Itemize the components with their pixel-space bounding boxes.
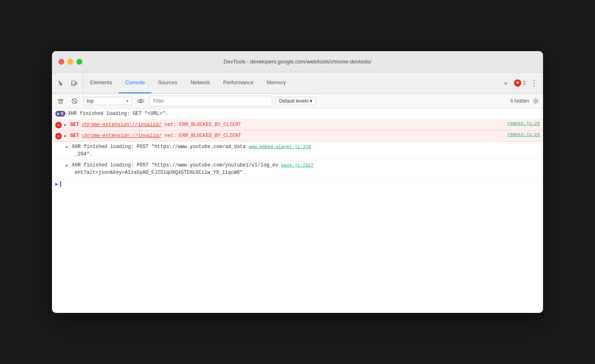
more-tabs-button[interactable]: »	[500, 77, 512, 89]
minimize-button[interactable]	[68, 59, 73, 65]
context-selector[interactable]: top ▾	[83, 97, 132, 105]
console-prompt[interactable]: ▶	[52, 178, 543, 190]
hidden-count: 6 hidden	[510, 97, 540, 105]
tab-performance[interactable]: Performance	[216, 72, 260, 93]
prompt-cursor	[60, 181, 61, 187]
clear-console-button[interactable]	[55, 96, 66, 106]
eye-button[interactable]	[135, 96, 146, 106]
entry-source-2[interactable]: remote.js:29	[507, 132, 540, 137]
xhr-source-3[interactable]: base.js:2317	[281, 163, 313, 168]
log-entry-error-2: ✕ ▶ GET chrome-extension://invalid/ net:…	[52, 130, 543, 142]
log-entry: ▶6 XHR finished loading: GET "<URL>".	[52, 108, 543, 119]
log-entry-xhr-2: ▶ XHR finished loading: POST "https://ww…	[52, 142, 543, 160]
entry-text-3: ▶ XHR finished loading: POST "https://ww…	[66, 162, 540, 176]
svg-rect-4	[59, 100, 62, 103]
error-text-2: ▶ GET chrome-extension://invalid/ net::E…	[64, 132, 505, 139]
devtools-menu-button[interactable]: ⋮	[528, 77, 540, 89]
error-link-2[interactable]: chrome-extension://invalid/	[82, 133, 161, 139]
svg-point-10	[535, 100, 537, 102]
window-title: DevTools - developers.google.com/web/too…	[223, 58, 371, 65]
filter-input[interactable]	[149, 96, 272, 106]
device-toggle-icon[interactable]	[68, 77, 80, 89]
maximize-button[interactable]	[77, 59, 82, 65]
xhr-source-2[interactable]: www-embed-player.js:378	[249, 144, 311, 149]
log-levels-button[interactable]: Default levels ▾	[275, 97, 316, 105]
context-arrow: ▾	[126, 99, 128, 103]
svg-marker-3	[58, 99, 63, 100]
console-settings-button[interactable]	[532, 97, 540, 105]
error-count-icon: ✕	[514, 79, 521, 87]
entry-text: XHR finished loading: GET "<URL>".	[68, 110, 540, 117]
tab-memory[interactable]: Memory	[260, 72, 293, 93]
console-toolbar: top ▾ Default levels ▾ 6 hidden	[52, 94, 543, 108]
devtools-window: DevTools - developers.google.com/web/too…	[52, 51, 543, 313]
titlebar: DevTools - developers.google.com/web/too…	[52, 51, 543, 72]
expand-arrow[interactable]: ▶	[64, 123, 66, 127]
svg-line-8	[73, 99, 77, 103]
expand-arrow-3[interactable]: ▶	[66, 145, 68, 149]
svg-point-9	[140, 100, 142, 102]
main-toolbar: Elements Console Sources Network Perform…	[52, 72, 543, 94]
traffic-lights	[59, 59, 82, 65]
xhr-badge: ▶6	[55, 111, 65, 117]
error-link-1[interactable]: chrome-extension://invalid/	[82, 122, 161, 128]
entry-text-2: ▶ XHR finished loading: POST "https://ww…	[66, 143, 540, 158]
xhr-link-2[interactable]: https://www.youtube.com/ad_data	[154, 144, 246, 150]
tab-elements[interactable]: Elements	[83, 72, 119, 93]
console-content: ▶6 XHR finished loading: GET "<URL>". ✕ …	[52, 108, 543, 313]
toolbar-left	[52, 72, 83, 93]
svg-rect-1	[76, 82, 77, 84]
tab-network[interactable]: Network	[184, 72, 217, 93]
error-icon: ✕	[55, 122, 62, 128]
xhr-link-3[interactable]: https://www.youtube.com/youtubei/v1/log_…	[154, 162, 278, 168]
prompt-arrow: ▶	[55, 181, 59, 187]
close-button[interactable]	[59, 59, 64, 65]
tabs-bar: Elements Console Sources Network Perform…	[83, 72, 497, 93]
svg-rect-0	[72, 81, 75, 85]
error-icon-2: ✕	[55, 133, 62, 139]
inspect-icon[interactable]	[55, 77, 67, 89]
error-badge: ✕ 2	[514, 79, 526, 87]
expand-arrow-4[interactable]: ▶	[66, 164, 68, 168]
log-entry-xhr-3: ▶ XHR finished loading: POST "https://ww…	[52, 160, 543, 178]
expand-arrow-2[interactable]: ▶	[64, 134, 66, 138]
block-requests-button[interactable]	[69, 96, 80, 106]
error-text-1: ▶ GET chrome-extension://invalid/ net::E…	[64, 121, 505, 128]
tab-sources[interactable]: Sources	[151, 72, 184, 93]
toolbar-right: » ✕ 2 ⋮	[497, 72, 543, 93]
log-entry-error-1: ✕ ▶ GET chrome-extension://invalid/ net:…	[52, 119, 543, 130]
entry-source-1[interactable]: remote.js:29	[507, 121, 540, 126]
error-count: 2	[523, 80, 526, 86]
tab-console[interactable]: Console	[119, 72, 151, 93]
